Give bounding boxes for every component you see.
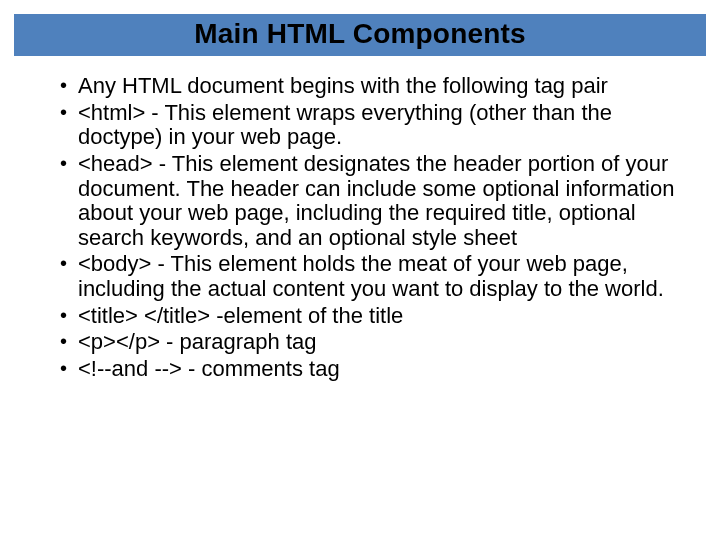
title-bar: Main HTML Components (14, 14, 706, 56)
slide: Main HTML Components Any HTML document b… (0, 14, 720, 540)
list-item: <html> - This element wraps everything (… (60, 101, 682, 150)
slide-title: Main HTML Components (14, 18, 706, 50)
list-item: <title> </title> -element of the title (60, 304, 682, 329)
list-item: <body> - This element holds the meat of … (60, 252, 682, 301)
list-item: <p></p> - paragraph tag (60, 330, 682, 355)
bullet-list: Any HTML document begins with the follow… (60, 74, 682, 382)
list-item: Any HTML document begins with the follow… (60, 74, 682, 99)
list-item: <head> - This element designates the hea… (60, 152, 682, 251)
list-item: <!--and --> - comments tag (60, 357, 682, 382)
